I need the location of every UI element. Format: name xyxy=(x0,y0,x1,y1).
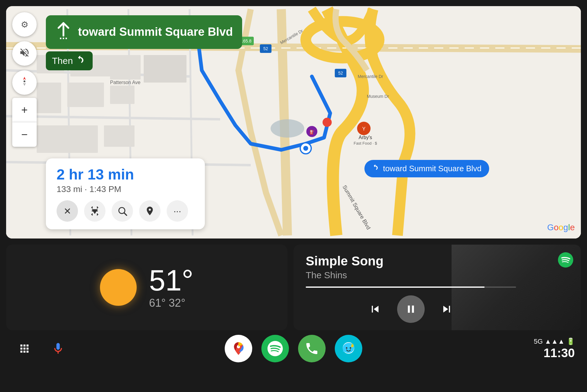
svg-line-46 xyxy=(124,213,127,215)
svg-text:52: 52 xyxy=(263,46,268,51)
zoom-in-button[interactable]: + xyxy=(12,98,37,122)
pause-button[interactable] xyxy=(397,295,425,323)
svg-point-42 xyxy=(24,80,25,82)
mute-icon xyxy=(19,47,30,60)
svg-text:Arby's: Arby's xyxy=(359,135,372,140)
zoom-controls: + − xyxy=(12,98,37,147)
progress-bar[interactable] xyxy=(306,287,516,288)
svg-text:52: 52 xyxy=(338,71,343,76)
svg-point-29 xyxy=(323,118,332,127)
spotify-app-icon[interactable] xyxy=(261,335,289,362)
close-icon: ✕ xyxy=(64,206,71,216)
main-container: Patterson Ave Mercantile Dr Mercantile D… xyxy=(0,0,587,392)
svg-point-52 xyxy=(351,345,353,347)
music-artist: The Shins xyxy=(306,270,569,280)
svg-rect-11 xyxy=(37,83,61,113)
search-along-route-button[interactable] xyxy=(112,200,133,222)
map-section: Patterson Ave Mercantile Dr Mercantile D… xyxy=(6,6,581,239)
route-arrow-icon xyxy=(372,164,380,174)
more-icon: ··· xyxy=(173,206,181,216)
svg-point-50 xyxy=(346,347,347,349)
weather-info: 51° 61° 32° xyxy=(149,266,193,309)
svg-text:Mercantile Dr: Mercantile Dr xyxy=(358,74,383,79)
music-info: Simple Song The Shins xyxy=(306,254,569,323)
trip-info-card: 2 hr 13 min 133 mi · 1:43 PM ✕ xyxy=(46,158,205,229)
svg-rect-17 xyxy=(104,125,135,147)
weather-card: 51° 61° 32° xyxy=(6,245,287,330)
svg-text:165.8: 165.8 xyxy=(241,39,251,43)
svg-rect-14 xyxy=(110,86,135,104)
zoom-out-button[interactable]: − xyxy=(12,122,37,147)
svg-marker-40 xyxy=(23,77,26,80)
previous-track-button[interactable] xyxy=(368,302,382,316)
trip-actions: ✕ xyxy=(57,200,194,222)
google-logo: Google xyxy=(547,223,575,232)
weather-temperature: 51° xyxy=(149,266,193,295)
trip-details: 133 mi · 1:43 PM xyxy=(57,184,194,194)
svg-text:⛽: ⛽ xyxy=(309,130,315,135)
mute-button[interactable] xyxy=(12,41,37,66)
maps-app-icon[interactable] xyxy=(225,335,252,362)
taskbar-center xyxy=(225,335,362,362)
next-track-button[interactable] xyxy=(440,302,453,316)
svg-point-51 xyxy=(350,347,351,349)
settings-button[interactable]: ⚙ xyxy=(12,12,37,37)
route-label-text: toward Summit Square Blvd xyxy=(383,164,482,173)
music-card: Simple Song The Shins xyxy=(294,245,581,330)
svg-text:Fast Food · $: Fast Food · $ xyxy=(354,141,377,146)
svg-marker-41 xyxy=(23,83,26,86)
compass-icon xyxy=(19,76,30,89)
bottom-section: 51° 61° 32° Simple Song The Shins xyxy=(0,245,587,330)
then-turn-icon xyxy=(76,54,87,67)
svg-rect-12 xyxy=(67,83,104,107)
progress-fill xyxy=(306,287,485,288)
nav-text: toward Summit Square Blvd xyxy=(78,25,233,39)
clock: 11:30 xyxy=(544,346,575,360)
svg-text:Patterson Ave: Patterson Ave xyxy=(110,80,140,85)
signal-bars-icon: ▲▲▲ xyxy=(545,338,565,345)
add-stop-button[interactable] xyxy=(139,200,161,222)
svg-text:Y: Y xyxy=(362,126,366,131)
taskbar-right: 5G ▲▲▲ 🔋 11:30 xyxy=(534,338,575,360)
nav-instruction: toward Summit Square Blvd Then xyxy=(46,15,242,70)
compass-button[interactable] xyxy=(12,70,37,95)
route-label: toward Summit Square Blvd xyxy=(364,160,489,177)
app-grid-button[interactable] xyxy=(12,336,37,361)
music-title: Simple Song xyxy=(306,254,569,268)
taskbar-left xyxy=(12,336,70,361)
routes-button[interactable] xyxy=(84,200,105,222)
waze-app-icon[interactable] xyxy=(335,335,362,362)
weather-sun-icon xyxy=(100,269,137,306)
svg-point-39 xyxy=(303,146,308,151)
taskbar: 5G ▲▲▲ 🔋 11:30 xyxy=(0,330,587,367)
then-label: Then xyxy=(52,56,73,66)
music-controls xyxy=(306,295,516,323)
settings-icon: ⚙ xyxy=(21,20,28,30)
trip-time: 2 hr 13 min xyxy=(57,166,194,183)
battery-icon: 🔋 xyxy=(567,338,575,345)
map-controls-left: ⚙ xyxy=(12,12,37,95)
signal-status: 5G ▲▲▲ 🔋 xyxy=(534,338,575,346)
signal-label: 5G xyxy=(534,338,543,345)
voice-assistant-button[interactable] xyxy=(46,336,70,361)
svg-point-36 xyxy=(271,119,304,138)
more-options-button[interactable]: ··· xyxy=(167,200,188,222)
svg-text:Museum Dr: Museum Dr xyxy=(367,94,389,99)
weather-range: 61° 32° xyxy=(149,297,193,309)
phone-app-icon[interactable] xyxy=(298,335,326,362)
nav-arrow-icon xyxy=(55,21,72,43)
nav-main-card: toward Summit Square Blvd xyxy=(46,15,242,49)
svg-rect-16 xyxy=(37,125,98,153)
cancel-navigation-button[interactable]: ✕ xyxy=(57,200,78,222)
nav-then-card: Then xyxy=(46,51,93,70)
